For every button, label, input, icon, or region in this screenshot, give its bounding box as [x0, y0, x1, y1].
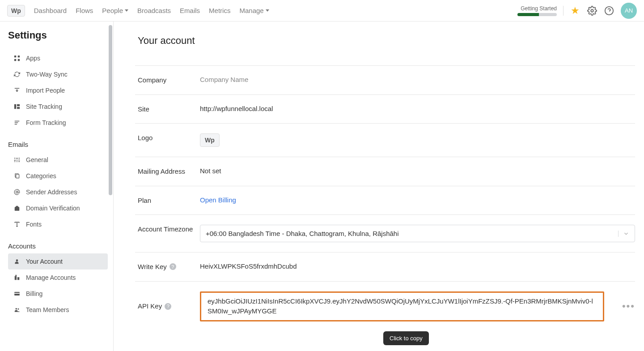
- star-icon[interactable]: ★: [570, 5, 580, 16]
- sidebar-item-label: Apps: [26, 55, 40, 62]
- user-icon: [13, 258, 21, 265]
- svg-rect-11: [17, 107, 20, 109]
- gear-icon[interactable]: [587, 5, 597, 16]
- row-value: Wp: [200, 133, 635, 147]
- nav-manage[interactable]: Manage: [239, 7, 269, 14]
- row-label: Plan: [135, 196, 200, 205]
- write-key-value[interactable]: HeivXLWPKSFoS5frxdmhDcubd: [200, 262, 635, 270]
- nav-people[interactable]: People: [102, 7, 128, 14]
- nav-metrics[interactable]: Metrics: [209, 7, 230, 14]
- divider: [563, 6, 564, 16]
- sidebar-item-site-tracking[interactable]: Site Tracking: [8, 98, 108, 115]
- nav-label: Emails: [180, 7, 200, 14]
- row-write-key: Write Key ? HeivXLWPKSFoS5frxdmhDcubd: [135, 252, 635, 281]
- open-billing-link[interactable]: Open Billing: [200, 196, 635, 204]
- svg-point-26: [16, 191, 18, 193]
- nav-label: Flows: [76, 7, 93, 14]
- row-account-timezone: Account Timezone +06:00 Bangladesh Time …: [135, 214, 635, 252]
- getting-started[interactable]: Getting Started: [517, 5, 557, 16]
- sidebar-item-label: Billing: [26, 290, 42, 297]
- sidebar-item-label: Domain Verification: [26, 205, 80, 212]
- sidebar-item-apps[interactable]: Apps: [8, 50, 108, 66]
- sidebar-item-label: Your Account: [26, 258, 63, 265]
- nav-flows[interactable]: Flows: [76, 7, 93, 14]
- label-text: Write Key: [138, 262, 167, 271]
- row-label: Account Timezone: [135, 225, 200, 234]
- svg-rect-10: [17, 104, 20, 106]
- help-icon[interactable]: ?: [169, 263, 176, 270]
- scrollbar-thumb[interactable]: [109, 25, 112, 195]
- sidebar-item-label: Form Tracking: [26, 119, 66, 126]
- timezone-select[interactable]: +06:00 Bangladesh Time - Dhaka, Chattogr…: [200, 225, 635, 242]
- svg-rect-25: [16, 175, 19, 178]
- sidebar-item-team-members[interactable]: Team Members: [8, 302, 108, 318]
- sidebar-title: Settings: [8, 30, 108, 41]
- help-icon[interactable]: [604, 5, 614, 16]
- row-value: +06:00 Bangladesh Time - Dhaka, Chattogr…: [200, 225, 635, 242]
- topnav-right: Getting Started ★ AN: [517, 3, 637, 19]
- nav-broadcasts[interactable]: Broadcasts: [137, 7, 171, 14]
- nav-dashboard[interactable]: Dashboard: [34, 7, 67, 14]
- row-logo: Logo Wp: [135, 123, 635, 157]
- chevron-down-icon: [266, 9, 269, 12]
- nav-label: Dashboard: [34, 7, 67, 14]
- sidebar-item-label: Categories: [26, 172, 56, 180]
- row-value: eyJhbGciOiJIUzI1NiIsInR5cCI6IkpXVCJ9.eyJ…: [200, 291, 635, 321]
- sidebar-item-two-way-sync[interactable]: Two-Way Sync: [8, 66, 108, 82]
- sidebar-item-label: Manage Accounts: [26, 274, 76, 281]
- nav-emails[interactable]: Emails: [180, 7, 200, 14]
- svg-rect-34: [14, 293, 20, 294]
- card-icon: [13, 290, 21, 297]
- top-navigation: Wp Dashboard Flows People Broadcasts Ema…: [0, 0, 644, 21]
- svg-point-36: [17, 308, 19, 310]
- sync-icon: [13, 71, 21, 78]
- row-label: Site: [135, 105, 200, 114]
- type-icon: [13, 221, 21, 228]
- svg-point-29: [16, 259, 18, 261]
- building-icon: [13, 274, 21, 281]
- api-key-value[interactable]: eyJhbGciOiJIUzI1NiIsInR5cCI6IkpXVCJ9.eyJ…: [200, 291, 604, 321]
- nav-label: Metrics: [209, 7, 230, 14]
- sliders-icon: [13, 156, 21, 163]
- svg-point-35: [16, 308, 17, 310]
- svg-rect-32: [16, 275, 17, 276]
- sidebar-item-label: Sender Addresses: [26, 188, 77, 196]
- sidebar-item-manage-accounts[interactable]: Manage Accounts: [8, 270, 108, 286]
- import-icon: [13, 87, 21, 94]
- svg-rect-6: [18, 59, 20, 61]
- row-company: Company Company Name: [135, 65, 635, 94]
- sidebar-item-categories[interactable]: Categories: [8, 168, 108, 184]
- grid-icon: [13, 55, 21, 62]
- svg-point-0: [591, 9, 593, 12]
- stack-icon: [13, 172, 21, 180]
- sidebar-item-general[interactable]: General: [8, 152, 108, 168]
- sidebar-section-accounts: Accounts: [8, 242, 108, 250]
- sidebar-item-domain-verification[interactable]: Domain Verification: [8, 200, 108, 216]
- sidebar-item-billing[interactable]: Billing: [8, 286, 108, 302]
- logo-thumb[interactable]: Wp: [200, 133, 220, 147]
- sidebar: Settings Apps Two-Way Sync Import People…: [0, 21, 114, 351]
- nav-label: People: [102, 7, 123, 14]
- row-label: Company: [135, 76, 200, 85]
- row-label: Logo: [135, 133, 200, 142]
- sidebar-item-import-people[interactable]: Import People: [8, 82, 108, 98]
- avatar[interactable]: AN: [621, 3, 637, 19]
- more-icon[interactable]: •••: [622, 300, 635, 312]
- home-icon: [13, 205, 21, 212]
- sidebar-item-label: Import People: [26, 87, 65, 94]
- chevron-down-icon: [618, 231, 629, 237]
- at-icon: [13, 188, 21, 196]
- sidebar-item-form-tracking[interactable]: Form Tracking: [8, 115, 108, 131]
- sidebar-item-sender-addresses[interactable]: Sender Addresses: [8, 184, 108, 200]
- help-icon[interactable]: ?: [165, 303, 171, 310]
- chevron-down-icon: [125, 9, 128, 12]
- row-label: API Key ?: [135, 302, 200, 311]
- sidebar-item-fonts[interactable]: Fonts: [8, 216, 108, 232]
- sidebar-item-your-account[interactable]: Your Account: [8, 253, 108, 270]
- sidebar-item-label: Two-Way Sync: [26, 71, 68, 78]
- nav-label: Manage: [239, 7, 263, 14]
- app-logo[interactable]: Wp: [7, 5, 25, 17]
- label-text: API Key: [138, 302, 162, 311]
- row-plan: Plan Open Billing: [135, 186, 635, 215]
- svg-rect-3: [14, 56, 16, 57]
